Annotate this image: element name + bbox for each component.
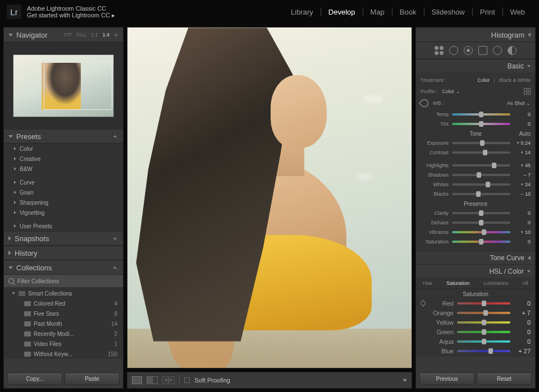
- navigator-header[interactable]: Navigator FIT FILL 1:1 1:4 ≑: [4, 27, 123, 42]
- preset-group[interactable]: Vignetting: [4, 207, 123, 218]
- blacks-value[interactable]: – 10: [514, 191, 531, 197]
- whites-slider[interactable]: [452, 183, 510, 186]
- image-view[interactable]: [127, 27, 412, 368]
- redeye-tool-icon[interactable]: [464, 46, 473, 55]
- histogram-header[interactable]: Histogram: [416, 27, 535, 42]
- add-collection-icon[interactable]: +.: [113, 264, 118, 271]
- whites-value[interactable]: + 24: [514, 182, 531, 187]
- basic-header[interactable]: Basic: [416, 59, 535, 72]
- adjustment-brush-icon[interactable]: [508, 46, 517, 55]
- preset-group[interactable]: Curve: [4, 177, 123, 187]
- auto-tone-button[interactable]: Auto: [519, 131, 531, 137]
- history-header[interactable]: History: [4, 246, 123, 260]
- wb-eyedropper-icon[interactable]: [419, 98, 430, 109]
- collection-item[interactable]: Without Keyw...150: [4, 349, 123, 359]
- preset-group[interactable]: Creative: [4, 154, 123, 164]
- hsl-red-value[interactable]: 0: [514, 300, 531, 307]
- hsl-green-slider[interactable]: [457, 331, 510, 333]
- previous-button[interactable]: Previous: [419, 372, 474, 385]
- collection-item[interactable]: Video Files1: [4, 339, 123, 349]
- paste-button[interactable]: Paste: [65, 372, 120, 385]
- preset-group[interactable]: B&W: [4, 164, 123, 174]
- module-slideshow[interactable]: Slideshow: [424, 8, 472, 16]
- hsl-header[interactable]: HSL / Color: [416, 264, 535, 278]
- saturation-slider[interactable]: [452, 241, 510, 243]
- hsl-yellow-value[interactable]: 0: [514, 319, 531, 326]
- preset-group[interactable]: User Presets: [4, 221, 123, 231]
- nav-zoom-dropdown-icon[interactable]: ≑: [114, 32, 118, 38]
- dehaze-slider[interactable]: [452, 222, 510, 224]
- temp-value[interactable]: 0: [514, 112, 531, 117]
- add-snapshot-icon[interactable]: +.: [113, 235, 118, 242]
- preset-group[interactable]: Color: [4, 144, 123, 154]
- brand-link[interactable]: Get started with Lightroom CC ▸: [27, 12, 115, 19]
- module-book[interactable]: Book: [392, 8, 424, 16]
- exposure-value[interactable]: + 0.24: [514, 140, 531, 146]
- collections-filter[interactable]: Filter Collections: [4, 275, 123, 287]
- navigator-preview[interactable]: [4, 42, 123, 129]
- loupe-view-icon[interactable]: [132, 376, 142, 384]
- before-after-yy-icon[interactable]: Y|Y: [162, 376, 175, 384]
- collection-item[interactable]: Colored Red4: [4, 298, 123, 308]
- soft-proofing-checkbox[interactable]: [184, 377, 190, 383]
- tone-curve-header[interactable]: Tone Curve: [416, 251, 535, 264]
- vibrance-value[interactable]: + 10: [514, 229, 531, 235]
- exposure-slider[interactable]: [452, 142, 510, 144]
- shadows-value[interactable]: – 7: [514, 172, 531, 178]
- hsl-red-slider[interactable]: [457, 302, 510, 305]
- hsl-orange-value[interactable]: + 7: [514, 310, 531, 316]
- spot-removal-icon[interactable]: [449, 46, 458, 55]
- hsl-tab-luminance[interactable]: Luminance: [483, 280, 508, 286]
- shadows-slider[interactable]: [452, 174, 510, 176]
- toolbar-dropdown-icon[interactable]: [403, 379, 407, 382]
- contrast-slider[interactable]: [452, 151, 510, 154]
- crop-tool-icon[interactable]: [435, 46, 444, 55]
- module-develop[interactable]: Develop: [321, 8, 363, 16]
- hsl-aqua-value[interactable]: 0: [514, 338, 531, 345]
- saturation-value[interactable]: 0: [514, 239, 531, 245]
- hsl-yellow-slider[interactable]: [457, 321, 510, 324]
- highlights-slider[interactable]: [452, 164, 510, 167]
- collection-item[interactable]: Recently Modi...2: [4, 329, 123, 339]
- nav-fill[interactable]: FILL: [76, 32, 86, 38]
- clarity-slider[interactable]: [452, 212, 510, 214]
- reset-button[interactable]: Reset: [477, 372, 532, 385]
- tint-slider[interactable]: [452, 123, 510, 125]
- add-preset-icon[interactable]: +.: [113, 133, 118, 140]
- nav-fit[interactable]: FIT: [64, 32, 72, 38]
- radial-filter-icon[interactable]: [493, 46, 502, 55]
- preset-group[interactable]: Grain: [4, 187, 123, 197]
- temp-slider[interactable]: [452, 113, 510, 116]
- hsl-blue-slider[interactable]: [457, 350, 510, 352]
- module-print[interactable]: Print: [473, 8, 503, 16]
- hsl-blue-value[interactable]: + 27: [514, 348, 531, 354]
- graduated-filter-icon[interactable]: [478, 46, 487, 55]
- copy-button[interactable]: Copy...: [7, 372, 62, 385]
- navigator-crop-rect[interactable]: [44, 62, 112, 110]
- profile-dropdown[interactable]: Color ⌄: [442, 89, 460, 94]
- preset-group[interactable]: Sharpening: [4, 197, 123, 207]
- collections-header[interactable]: Collections +.: [4, 260, 123, 275]
- contrast-value[interactable]: + 14: [514, 150, 531, 155]
- wb-dropdown[interactable]: As Shot ⌄: [507, 100, 531, 106]
- hsl-aqua-slider[interactable]: [457, 340, 510, 343]
- before-after-lr-icon[interactable]: [147, 376, 158, 384]
- hsl-tab-saturation[interactable]: Saturation: [446, 280, 469, 286]
- vibrance-slider[interactable]: [452, 231, 510, 233]
- nav-1-1[interactable]: 1:1: [91, 32, 98, 38]
- nav-1-4[interactable]: 1:4: [102, 32, 109, 38]
- module-library[interactable]: Library: [284, 8, 321, 16]
- smart-collections-folder[interactable]: Smart Collections: [4, 288, 123, 298]
- treatment-bw[interactable]: Black & White: [499, 77, 531, 83]
- hsl-tab-all[interactable]: All: [522, 280, 528, 286]
- presets-header[interactable]: Presets +.: [4, 129, 123, 144]
- snapshots-header[interactable]: Snapshots +.: [4, 231, 123, 246]
- treatment-color[interactable]: Color: [477, 77, 490, 83]
- hsl-orange-slider[interactable]: [457, 312, 510, 314]
- profile-browser-icon[interactable]: [524, 88, 531, 95]
- dehaze-value[interactable]: 0: [514, 220, 531, 225]
- clarity-value[interactable]: 0: [514, 210, 531, 216]
- blacks-slider[interactable]: [452, 193, 510, 195]
- target-adjust-icon[interactable]: [421, 301, 426, 306]
- collection-item[interactable]: Five Stars8: [4, 308, 123, 319]
